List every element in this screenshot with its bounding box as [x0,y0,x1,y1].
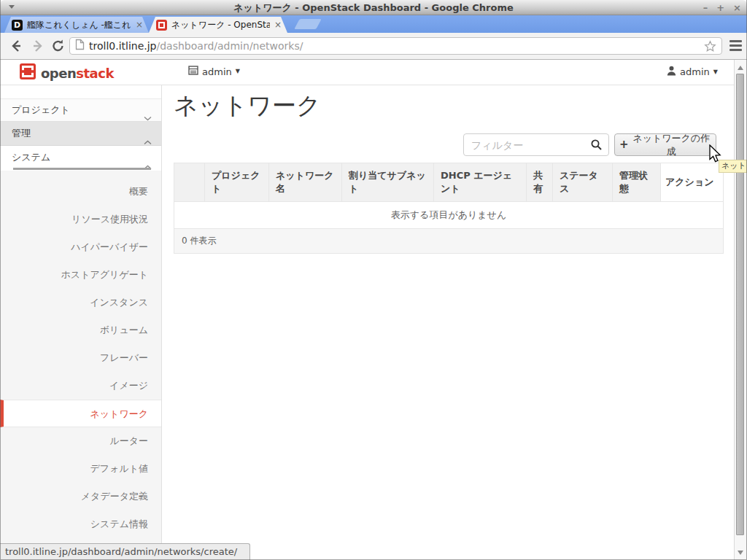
sidebar: プロジェクト 管理 システム 概要 リソース使用状況 ハイパーバイザー ホストア… [0,85,162,560]
chrome-menu-icon[interactable] [729,40,742,51]
chevron-down-icon: ▼ [236,69,240,74]
url-path: /dashboard/admin/networks/ [157,40,303,52]
sidebar-item-volumes[interactable]: ボリューム [0,316,161,344]
sidebar-item-instances[interactable]: インスタンス [0,289,161,316]
close-button[interactable]: × [733,0,741,15]
sidebar-item-list: 概要 リソース使用状況 ハイパーバイザー ホストアグリゲート インスタンス ボリ… [0,178,161,538]
table-header-admin-state[interactable]: 管理状態 [613,163,661,202]
reload-icon[interactable] [51,39,66,53]
window-titlebar: ネットワーク - OpenStack Dashboard - Google Ch… [0,0,747,15]
networks-table: プロジェクト ネットワーク名 割り当てサブネット DHCP エージェント 共有 … [174,163,724,254]
tab-strip: D 艦隊これくしょん -艦これ × ネットワーク - OpenStac × [0,15,747,33]
openstack-logo[interactable]: openstack [20,63,114,82]
address-bar[interactable]: troll0.itline.jp/dashboard/admin/network… [69,37,722,55]
filter-input[interactable] [463,133,609,156]
openstack-header: openstack admin ▼ admin ▼ [0,60,734,85]
browser-toolbar: troll0.itline.jp/dashboard/admin/network… [0,33,747,60]
tooltip: ネット [719,160,747,173]
forward-icon[interactable] [31,39,45,53]
brand-stack: stack [76,66,114,81]
table-footer-count: 0 件表示 [174,229,724,254]
user-menu-label: admin [680,66,710,77]
table-header-subnets[interactable]: 割り当てサブネット [342,163,434,202]
search-icon[interactable] [590,139,603,154]
sidebar-item-flavors[interactable]: フレーバー [0,344,161,372]
table-empty-row: 表示する項目がありません [174,202,724,229]
chevron-down-icon: ▼ [713,69,718,75]
table-header-actions: アクション [661,163,724,202]
chevron-up-icon [144,155,152,179]
bookmark-star-icon[interactable] [704,40,716,55]
create-network-button[interactable]: + ネットワークの作成 [614,133,716,156]
sidebar-section-admin[interactable]: 管理 [0,122,161,146]
project-list-icon [188,66,198,77]
new-tab-button[interactable] [294,19,321,29]
user-icon [667,66,676,78]
maximize-button[interactable]: + [716,0,724,15]
tab1-favicon: D [12,20,23,31]
sidebar-item-overview[interactable]: 概要 [0,178,161,206]
sidebar-item-images[interactable]: イメージ [0,372,161,400]
sidebar-group-system[interactable]: システム [0,146,161,171]
table-empty-message: 表示する項目がありません [174,202,724,229]
create-network-label: ネットワークの作成 [632,132,711,158]
status-bar-url: troll0.itline.jp/dashboard/admin/network… [0,543,250,560]
page-title: ネットワーク [174,90,321,122]
minimize-button[interactable]: – [703,0,708,15]
tab2-title: ネットワーク - OpenStac [171,19,270,31]
scroll-up-icon[interactable] [738,66,743,70]
url-host: troll0.itline.jp [89,40,157,52]
tab-kancolle[interactable]: D 艦隊これくしょん -艦これ × [4,17,149,33]
brand-open: open [41,66,76,81]
back-icon[interactable] [9,39,23,53]
project-context-menu[interactable]: admin ▼ [188,66,240,77]
scrollbar-thumb[interactable] [736,74,744,535]
sidebar-section-label: 管理 [12,128,31,139]
tab2-favicon [156,20,167,31]
sidebar-item-defaults[interactable]: デフォルト値 [0,455,161,483]
sidebar-item-hypervisors[interactable]: ハイパーバイザー [0,233,161,261]
user-menu[interactable]: admin ▼ [667,66,718,78]
sidebar-item-routers[interactable]: ルーター [0,427,161,455]
sidebar-item-metadata-definitions[interactable]: メタデータ定義 [0,483,161,510]
project-menu-label: admin [202,66,232,77]
tab1-title: 艦隊これくしょん -艦これ [27,19,131,31]
page-icon [75,39,85,53]
tab-openstack-active[interactable]: ネットワーク - OpenStac × [149,17,287,33]
sidebar-section-label: プロジェクト [12,104,70,115]
openstack-logo-icon [20,63,36,82]
scroll-down-icon[interactable] [738,551,743,555]
table-header-shared[interactable]: 共有 [527,163,553,202]
tab1-close-icon[interactable]: × [136,20,143,30]
table-header-dhcp-agents[interactable]: DHCP エージェント [434,163,527,202]
sidebar-section-project[interactable]: プロジェクト [0,99,161,122]
main-content: ネットワーク + ネットワークの作成 プロジェクト ネットワーク名 割り当てサブ… [162,85,734,560]
table-header-project[interactable]: プロジェクト [205,163,269,202]
table-header-select [174,163,205,202]
sidebar-item-resource-usage[interactable]: リソース使用状況 [0,206,161,233]
tab2-close-icon[interactable]: × [274,20,282,30]
plus-icon: + [619,139,629,150]
sidebar-item-networks[interactable]: ネットワーク [0,400,161,427]
window-title: ネットワーク - OpenStack Dashboard - Google Ch… [0,0,747,15]
table-footer-row: 0 件表示 [174,229,724,254]
table-header-row: プロジェクト ネットワーク名 割り当てサブネット DHCP エージェント 共有 … [174,163,724,202]
sidebar-item-host-aggregates[interactable]: ホストアグリゲート [0,261,161,289]
table-header-status[interactable]: ステータス [553,163,613,202]
filter-box [463,133,609,156]
table-header-network-name[interactable]: ネットワーク名 [269,163,342,202]
sidebar-group-label: システム [12,152,50,163]
sidebar-item-system-information[interactable]: システム情報 [0,510,161,538]
vertical-scrollbar [734,60,747,560]
sidebar-top-strip [0,85,161,99]
